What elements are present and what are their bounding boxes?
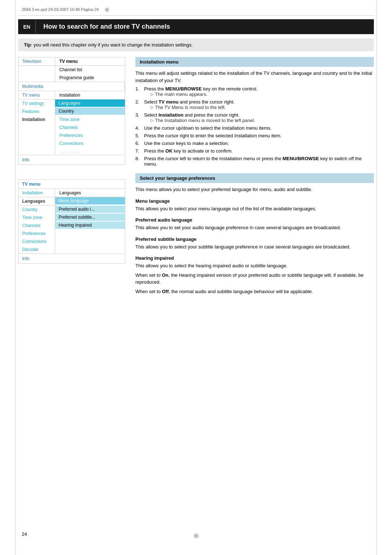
arrow-icon: ▷ <box>151 92 154 97</box>
menu-cell-empty2 <box>19 74 55 82</box>
list-item: 4. Use the cursor up/down to select the … <box>135 125 374 131</box>
step-num: 1. <box>135 86 142 97</box>
spacer <box>18 172 125 179</box>
menu-cell-empty1 <box>19 66 55 74</box>
menu-cell-empty9 <box>55 246 125 254</box>
menu-cell-empty3 <box>19 123 55 131</box>
table-row: Programme guide <box>19 74 125 82</box>
step-num: 3. <box>135 112 142 123</box>
table-row: TV menu <box>19 180 125 189</box>
menu-language-text: This allows you to select your menu lang… <box>135 205 374 212</box>
right-column: Installation menu This menu will adjust … <box>135 57 374 297</box>
table-row: TV settings Languages <box>19 100 125 108</box>
menu-cell-preferences: Preferences <box>55 131 125 139</box>
sub-item: ▷ The TV Menu is moved to the left. <box>151 105 374 110</box>
tip-box: Tip: you will need this chapter only if … <box>18 39 374 51</box>
table-row: Multimedia <box>19 82 125 91</box>
menu-cell-country2: Country <box>19 206 55 214</box>
menu-cell-tvmenu3: TV menu <box>19 180 125 189</box>
preferred-subtitle-text: This allows you to select your subtitle … <box>135 243 374 251</box>
menu-cell-connections: Connections <box>55 139 125 147</box>
menu-box-2: TV menu Installation Languages Languages… <box>18 179 125 264</box>
section-header-1: Installation menu <box>135 57 374 67</box>
table-row: ............ <box>19 147 125 155</box>
hearingimpaired-hover: Hearing impaired <box>55 222 125 229</box>
tip-text: : you will need this chapter only if you… <box>31 42 193 48</box>
subsection-title-hearing-impaired: Hearing impaired <box>135 255 374 261</box>
step-num: 7. <box>135 148 142 154</box>
menu-cell-languages-selected: Languages <box>55 100 125 108</box>
menu-cell-channellist: Channel list <box>55 66 125 74</box>
hearing-impaired-text3: When set to Off, the normal audio and su… <box>135 288 374 295</box>
step-num: 8. <box>135 156 142 167</box>
list-item: 7. Press the OK key to activate or to co… <box>135 148 374 154</box>
section1-body: This menu will adjust settings related t… <box>135 70 374 84</box>
menu-cell-preferences2: Preferences <box>19 230 55 238</box>
step-content: Press the cursor left to return to the I… <box>144 156 374 167</box>
page-title: How to search for and store TV channels <box>36 19 177 34</box>
preferredaudio-hover: Preferred audio l... <box>55 206 125 213</box>
right-rule <box>376 0 377 555</box>
list-item: 2. Select TV menu and press the cursor r… <box>135 99 374 110</box>
menu-cell-hearingimpaired: Hearing impaired <box>55 222 125 230</box>
table-row: Languages Menu language <box>19 197 125 206</box>
left-column: Television TV menu Channel list Programm… <box>18 57 125 297</box>
step-num: 4. <box>135 125 142 131</box>
menu-cell-multimedia: Multimedia <box>19 82 125 91</box>
preferred-audio-text: This allows you to set your audio langua… <box>135 224 374 231</box>
subsection-title-preferred-subtitle: Preferred subtitle language <box>135 236 374 242</box>
list-item: 5. Press the cursor right to enter the s… <box>135 133 374 138</box>
menu-cell-installation3: Installation <box>19 189 55 197</box>
table-row: Country Preferred audio l... <box>19 206 125 214</box>
table-row: Installation Time zone <box>19 116 125 123</box>
table-row: Channels <box>19 123 125 131</box>
list-item: 3. Select Installation and press the cur… <box>135 112 374 123</box>
table-row: Installation Languages <box>19 189 125 197</box>
hearing-impaired-text1: This allows you to select the hearing im… <box>135 262 374 270</box>
step-content: Use the cursor keys to make a selection. <box>144 141 374 146</box>
menu-cell-timezone2: Time zone <box>19 214 55 222</box>
page-number: 24 <box>22 531 27 537</box>
menu-cell-empty6 <box>19 147 55 155</box>
menu-cell-country-selected: Country <box>55 108 125 116</box>
table-row: Decoder <box>19 246 125 254</box>
preferredsubtitle-hover: Preferred subtitle... <box>55 214 125 221</box>
table-row: Preferences <box>19 131 125 139</box>
sub-item: ▷ The main menu appears. <box>151 92 374 97</box>
arrow-icon: ▷ <box>151 118 154 123</box>
tip-label: Tip <box>24 42 31 48</box>
page-container: 2584.3 en.qxd 29-03-2007 10:48 Pagina 24… <box>0 0 392 555</box>
languages-active: Languages <box>55 100 125 107</box>
step-content: Select TV menu and press the cursor righ… <box>144 99 374 110</box>
step-content: Use the cursor up/down to select the Ins… <box>144 125 374 131</box>
step-content: Select Installation and press the cursor… <box>144 112 374 123</box>
menu-cell-installation: Installation <box>55 91 125 100</box>
menu-cell-installation2: Installation <box>19 116 55 123</box>
file-info: 2584.3 en.qxd 29-03-2007 10:48 Pagina 24 <box>22 7 99 12</box>
sub-text: The main menu appears. <box>155 92 208 97</box>
menu-cell-dots: ............ <box>55 147 125 155</box>
menu-cell-preferredsubtitle: Preferred subtitle... <box>55 214 125 222</box>
top-rule <box>18 15 374 16</box>
menu-cell-features: Features <box>19 108 55 116</box>
list-item: 8. Press the cursor left to return to th… <box>135 156 374 167</box>
menulanguage-active: Menu language <box>55 197 125 204</box>
left-rule <box>15 0 16 555</box>
table-row: Channels Hearing impaired <box>19 222 125 230</box>
subsection-title-menu-language: Menu language <box>135 198 374 204</box>
menu-cell-info1: Info <box>19 155 125 165</box>
step-content: Press the cursor right to enter the sele… <box>144 133 374 138</box>
table-row: Channel list <box>19 66 125 74</box>
step-num: 5. <box>135 133 142 138</box>
menu-cell-tvmenu: TV menu <box>55 57 125 66</box>
sub-text: The Installation menu is moved to the le… <box>155 118 255 123</box>
menu-box-1: Television TV menu Channel list Programm… <box>18 57 125 165</box>
table-row: TV menu Installation <box>19 91 125 100</box>
menu-cell-info2: Info <box>19 254 125 264</box>
menu-cell-programmeguide: Programme guide <box>55 74 125 82</box>
subsection-title-preferred-audio: Preferred audio language <box>135 217 374 223</box>
menu-cell-timezone: Time zone <box>55 116 125 123</box>
list-item: 6. Use the cursor keys to make a selecti… <box>135 141 374 146</box>
menu-cell-menulanguage-selected: Menu language <box>55 197 125 206</box>
section2-intro: This menu allows you to select your pref… <box>135 186 374 193</box>
